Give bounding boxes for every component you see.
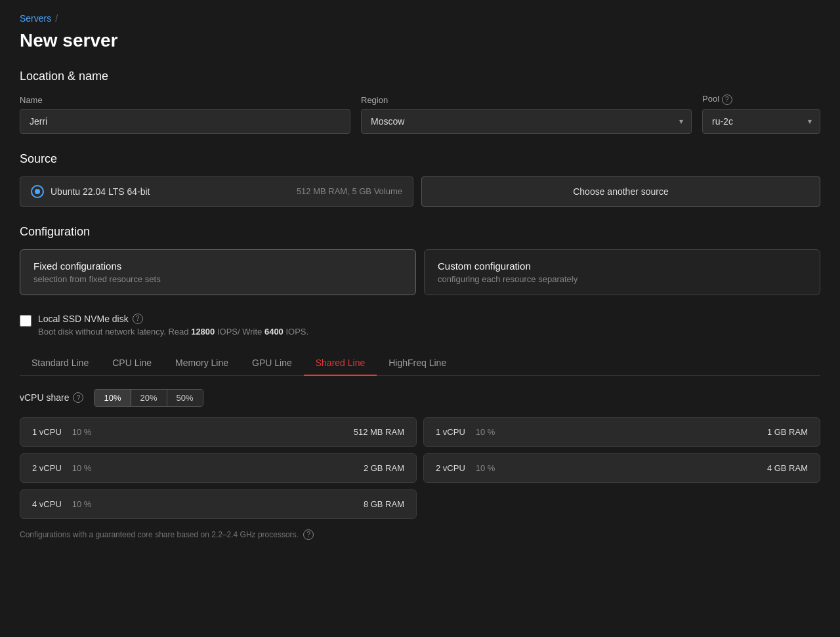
tab-memory-line[interactable]: Memory Line (163, 351, 240, 376)
config-pct: 10 % (476, 463, 495, 473)
config-card-1vcpu-512mb[interactable]: 1 vCPU 10 % 512 MB RAM (20, 417, 417, 447)
nvme-checkbox-wrapper[interactable] (20, 315, 32, 327)
pool-field-group: Pool ? ru-2c ru-1c ru-3c ▾ (702, 94, 820, 134)
config-ram: 512 MB RAM (354, 427, 404, 437)
breadcrumb-servers-link[interactable]: Servers (20, 13, 51, 24)
pool-help-icon[interactable]: ? (722, 94, 732, 105)
config-card-left: 1 vCPU 10 % (32, 427, 91, 437)
configuration-section-title: Configuration (20, 225, 820, 239)
configuration-section: Configuration Fixed configurations selec… (20, 225, 820, 295)
nvme-help-icon[interactable]: ? (133, 314, 143, 324)
nvme-write-value: 6400 (264, 327, 284, 337)
config-card-4vcpu-8gb[interactable]: 4 vCPU 10 % 8 GB RAM (20, 489, 417, 519)
config-pct: 10 % (72, 463, 92, 473)
nvme-description: Boot disk without network latency. Read … (38, 327, 308, 337)
config-card-2vcpu-4gb[interactable]: 2 vCPU 10 % 4 GB RAM (423, 453, 820, 483)
breadcrumb: Servers / (20, 13, 820, 24)
vcpu-share-label: vCPU share ? (20, 392, 83, 403)
config-ram: 8 GB RAM (364, 499, 404, 509)
region-label: Region (361, 95, 692, 105)
config-pct: 10 % (476, 427, 495, 437)
nvme-desc-prefix: Boot disk without network latency. Read (38, 327, 191, 337)
fixed-config-sub: selection from fixed resource sets (33, 274, 402, 284)
region-select[interactable]: Moscow Saint Petersburg Novosibirsk (362, 110, 691, 133)
nvme-row: Local SSD NVMe disk ? Boot disk without … (20, 314, 820, 337)
config-ram: 1 GB RAM (767, 427, 808, 437)
vcpu-share-help-icon[interactable]: ? (73, 392, 83, 403)
pool-select[interactable]: ru-2c ru-1c ru-3c (703, 110, 820, 133)
vcpu-share-row: vCPU share ? 10% 20% 50% (20, 389, 820, 407)
source-row: Ubuntu 22.04 LTS 64-bit 512 MB RAM, 5 GB… (20, 176, 820, 207)
config-footer-text: Configurations with a guaranteed core sh… (20, 529, 299, 539)
nvme-title-row: Local SSD NVMe disk ? (38, 314, 308, 324)
location-section-title: Location & name (20, 70, 820, 83)
location-section: Location & name Name Region Moscow Saint… (20, 70, 820, 134)
configuration-options-row: Fixed configurations selection from fixe… (20, 249, 820, 295)
share-50-button[interactable]: 50% (167, 390, 203, 406)
tab-cpu-line[interactable]: CPU Line (100, 351, 163, 376)
config-vcpu: 4 vCPU (32, 499, 62, 509)
tab-shared-line[interactable]: Shared Line (304, 351, 377, 376)
config-vcpu: 2 vCPU (32, 463, 62, 473)
tab-standard-line[interactable]: Standard Line (20, 351, 100, 376)
config-cards-grid: 1 vCPU 10 % 512 MB RAM 1 vCPU 10 % 1 GB … (20, 417, 820, 519)
choose-source-button[interactable]: Choose another source (421, 176, 820, 207)
source-section: Source Ubuntu 22.04 LTS 64-bit 512 MB RA… (20, 152, 820, 207)
config-card-left: 4 vCPU 10 % (32, 499, 91, 509)
source-meta: 512 MB RAM, 5 GB Volume (297, 186, 402, 196)
config-vcpu: 1 vCPU (32, 427, 62, 437)
pool-select-wrapper: ru-2c ru-1c ru-3c ▾ (702, 109, 820, 134)
name-input[interactable] (20, 109, 350, 134)
region-select-wrapper: Moscow Saint Petersburg Novosibirsk ▾ (361, 109, 692, 134)
vcpu-share-text: vCPU share (20, 392, 69, 403)
tab-highfreq-line[interactable]: HighFreq Line (377, 351, 458, 376)
config-footer-help-icon[interactable]: ? (303, 529, 314, 540)
nvme-label-block: Local SSD NVMe disk ? Boot disk without … (38, 314, 308, 337)
config-card-1vcpu-1gb[interactable]: 1 vCPU 10 % 1 GB RAM (423, 417, 820, 447)
config-card-left: 2 vCPU 10 % (32, 463, 91, 473)
name-field-group: Name (20, 95, 350, 134)
page-title: New server (20, 30, 820, 51)
share-10-button[interactable]: 10% (94, 390, 131, 406)
nvme-label: Local SSD NVMe disk (38, 314, 129, 324)
source-section-title: Source (20, 152, 820, 166)
config-footer-note: Configurations with a guaranteed core sh… (20, 529, 820, 540)
source-os-icon (31, 185, 44, 198)
location-form-row: Name Region Moscow Saint Petersburg Novo… (20, 94, 820, 134)
name-label: Name (20, 95, 350, 105)
config-vcpu: 2 vCPU (436, 463, 465, 473)
config-ram: 2 GB RAM (364, 463, 404, 473)
nvme-checkbox[interactable] (20, 315, 32, 327)
custom-config-option[interactable]: Custom configuration configuring each re… (424, 249, 820, 295)
nvme-desc-suffix: IOPS. (284, 327, 308, 337)
tab-gpu-line[interactable]: GPU Line (240, 351, 304, 376)
line-tabs-row: Standard Line CPU Line Memory Line GPU L… (20, 351, 820, 376)
fixed-config-title: Fixed configurations (33, 260, 402, 272)
share-20-button[interactable]: 20% (131, 390, 167, 406)
source-current: Ubuntu 22.04 LTS 64-bit 512 MB RAM, 5 GB… (20, 176, 413, 207)
config-card-left: 2 vCPU 10 % (436, 463, 495, 473)
region-field-group: Region Moscow Saint Petersburg Novosibir… (361, 95, 692, 134)
custom-config-sub: configuring each resource separately (438, 274, 807, 284)
fixed-config-option[interactable]: Fixed configurations selection from fixe… (20, 249, 416, 295)
pool-label: Pool ? (702, 94, 820, 105)
config-pct: 10 % (72, 499, 92, 509)
breadcrumb-separator: / (55, 13, 58, 24)
config-pct: 10 % (72, 427, 92, 437)
source-name: Ubuntu 22.04 LTS 64-bit (51, 186, 150, 197)
config-ram: 4 GB RAM (767, 463, 808, 473)
config-vcpu: 1 vCPU (436, 427, 465, 437)
nvme-read-value: 12800 (191, 327, 215, 337)
share-buttons-group: 10% 20% 50% (94, 389, 203, 407)
config-card-left: 1 vCPU 10 % (436, 427, 495, 437)
custom-config-title: Custom configuration (438, 260, 807, 272)
nvme-desc-mid: IOPS/ Write (215, 327, 264, 337)
config-card-2vcpu-2gb[interactable]: 2 vCPU 10 % 2 GB RAM (20, 453, 417, 483)
